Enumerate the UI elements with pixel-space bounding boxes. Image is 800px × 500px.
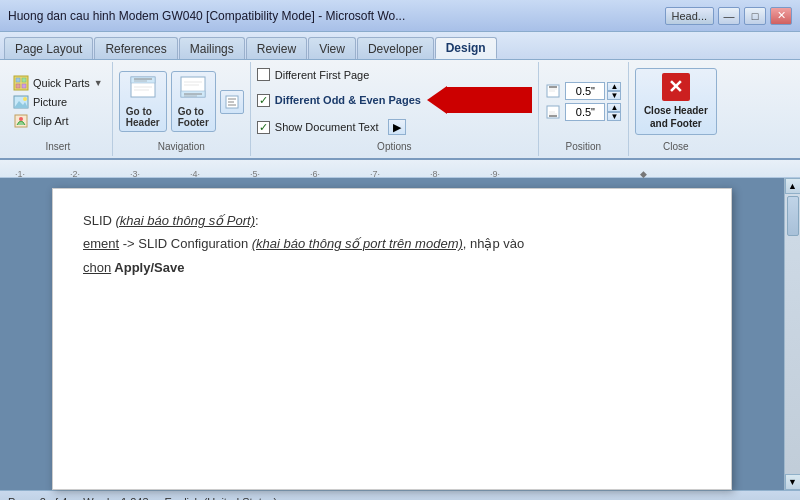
doc-text-slid-sub: (khai báo thông số Port) — [116, 213, 256, 228]
nav-icon-button[interactable] — [220, 90, 244, 114]
doc-text-arrow: -> SLID Configuration — [119, 236, 252, 251]
picture-button[interactable]: Picture — [10, 93, 106, 111]
different-odd-even-checkbox[interactable]: ✓ — [257, 94, 270, 107]
options-group-label: Options — [377, 139, 411, 154]
status-lang: English (United States) — [165, 496, 278, 501]
quick-parts-icon — [13, 75, 29, 91]
tab-view[interactable]: View — [308, 37, 356, 59]
show-document-text-option[interactable]: ✓ Show Document Text ▶ — [257, 119, 532, 135]
position-spinner-row: ▲ ▼ — [545, 82, 621, 100]
tab-page-layout[interactable]: Page Layout — [4, 37, 93, 59]
doc-text-colon: : — [255, 213, 259, 228]
svg-rect-4 — [22, 84, 26, 88]
position-spinner-input-2[interactable] — [565, 103, 605, 121]
scroll-thumb[interactable] — [787, 196, 799, 236]
doc-line-1: SLID (khai báo thông số Port): — [83, 209, 701, 232]
ruler-mark-4: ·4· — [190, 169, 200, 179]
picture-label: Picture — [33, 96, 67, 108]
quick-parts-button[interactable]: Quick Parts ▼ — [10, 74, 106, 92]
head-button[interactable]: Head... — [665, 7, 714, 25]
close-group-label: Close — [663, 139, 689, 154]
ruler: ·1· ·2· ·3· ·4· ·5· ·6· ·7· ·8· ·9· ◆ — [0, 160, 800, 178]
tab-review[interactable]: Review — [246, 37, 307, 59]
navigation-group-label: Navigation — [158, 139, 205, 154]
different-odd-even-label: Different Odd & Even Pages — [275, 94, 421, 106]
minimize-button[interactable]: — — [718, 7, 740, 25]
ruler-mark-5: ·5· — [250, 169, 260, 179]
close-header-footer-button[interactable]: ✕ Close Headerand Footer — [635, 68, 717, 135]
quick-parts-label: Quick Parts — [33, 77, 90, 89]
goto-footer-icon — [179, 75, 207, 104]
clipart-button[interactable]: Clip Art — [10, 112, 106, 130]
tab-developer[interactable]: Developer — [357, 37, 434, 59]
svg-point-9 — [19, 117, 23, 121]
insert-content: Quick Parts ▼ Picture — [10, 64, 106, 139]
clipart-label: Clip Art — [33, 115, 68, 127]
arrow-body — [447, 87, 532, 113]
svg-point-7 — [23, 97, 27, 101]
ruler-mark-8: ·8· — [430, 169, 440, 179]
goto-footer-label: Go toFooter — [178, 106, 209, 128]
ruler-mark-1: ·1· — [15, 169, 25, 179]
ruler-mark-diamond: ◆ — [640, 169, 647, 179]
scroll-down-button[interactable]: ▼ — [785, 474, 801, 490]
goto-header-label: Go toHeader — [126, 106, 160, 128]
ruler-mark-9: ·9· — [490, 169, 500, 179]
tab-design[interactable]: Design — [435, 37, 497, 59]
show-document-text-label: Show Document Text — [275, 121, 379, 133]
status-words: Words: 1,243 — [83, 496, 148, 501]
svg-rect-11 — [131, 77, 155, 83]
spinner-up-button-2[interactable]: ▲ — [607, 103, 621, 112]
spinner-buttons: ▲ ▼ — [607, 82, 621, 100]
different-first-page-checkbox[interactable] — [257, 68, 270, 81]
ribbon-group-position: ▲ ▼ ▲ — [539, 62, 629, 156]
ribbon-group-insert: Quick Parts ▼ Picture — [4, 62, 113, 156]
different-odd-even-row: ✓ Different Odd & Even Pages — [257, 86, 532, 114]
different-first-page-label: Different First Page — [275, 69, 370, 81]
maximize-button[interactable]: □ — [744, 7, 766, 25]
show-document-text-checkbox[interactable]: ✓ — [257, 121, 270, 134]
doc-text-chon: chon — [83, 260, 111, 275]
position-spinner-input[interactable] — [565, 82, 605, 100]
nav-content: Go toHeader Go toFooter — [119, 64, 244, 139]
ruler-mark-7: ·7· — [370, 169, 380, 179]
tab-references[interactable]: References — [94, 37, 177, 59]
picture-icon — [13, 94, 29, 110]
different-odd-even-option[interactable]: ✓ Different Odd & Even Pages — [257, 94, 421, 107]
insert-items: Quick Parts ▼ Picture — [10, 74, 106, 130]
window-controls: Head... — □ ✕ — [665, 7, 792, 25]
close-hf-icon: ✕ — [662, 73, 690, 101]
options-content: Different First Page ✓ Different Odd & E… — [257, 64, 532, 139]
close-content: ✕ Close Headerand Footer — [635, 64, 717, 139]
goto-header-button[interactable]: Go toHeader — [119, 71, 167, 132]
scrollbar: ▲ ▼ — [784, 178, 800, 490]
ruler-mark-3: ·3· — [130, 169, 140, 179]
red-arrow — [427, 86, 532, 114]
window-title: Huong dan cau hinh Modem GW040 [Compatib… — [8, 9, 665, 23]
position-spinner-row-2: ▲ ▼ — [545, 103, 621, 121]
show-doc-text-button[interactable]: ▶ — [388, 119, 406, 135]
different-first-page-option[interactable]: Different First Page — [257, 68, 532, 81]
tab-bar: Page Layout References Mailings Review V… — [0, 32, 800, 60]
position-content: ▲ ▼ ▲ — [545, 64, 621, 139]
spinner-down-button-2[interactable]: ▼ — [607, 112, 621, 121]
close-window-button[interactable]: ✕ — [770, 7, 792, 25]
scroll-up-button[interactable]: ▲ — [785, 178, 801, 194]
quick-parts-dropdown[interactable]: ▼ — [94, 78, 103, 88]
arrow-head-icon — [427, 86, 447, 114]
insert-group-label: Insert — [45, 139, 70, 154]
spinner-buttons-2: ▲ ▼ — [607, 103, 621, 121]
status-page: Page: 2 of 4 — [8, 496, 67, 501]
doc-text-apply: Apply/Save — [111, 260, 184, 275]
position-group-label: Position — [566, 139, 602, 154]
position-controls: ▲ ▼ ▲ — [545, 82, 621, 121]
goto-footer-button[interactable]: Go toFooter — [171, 71, 216, 132]
spinner-up-button[interactable]: ▲ — [607, 82, 621, 91]
doc-container: SLID (khai báo thông số Port): ement -> … — [0, 178, 784, 490]
spinner-down-button[interactable]: ▼ — [607, 91, 621, 100]
main-area: SLID (khai báo thông số Port): ement -> … — [0, 178, 800, 490]
doc-line-2: ement -> SLID Configuration (khai báo th… — [83, 232, 701, 255]
ribbon-group-close: ✕ Close Headerand Footer Close — [629, 62, 723, 156]
tab-mailings[interactable]: Mailings — [179, 37, 245, 59]
position-spinner-icon-2 — [545, 104, 561, 120]
